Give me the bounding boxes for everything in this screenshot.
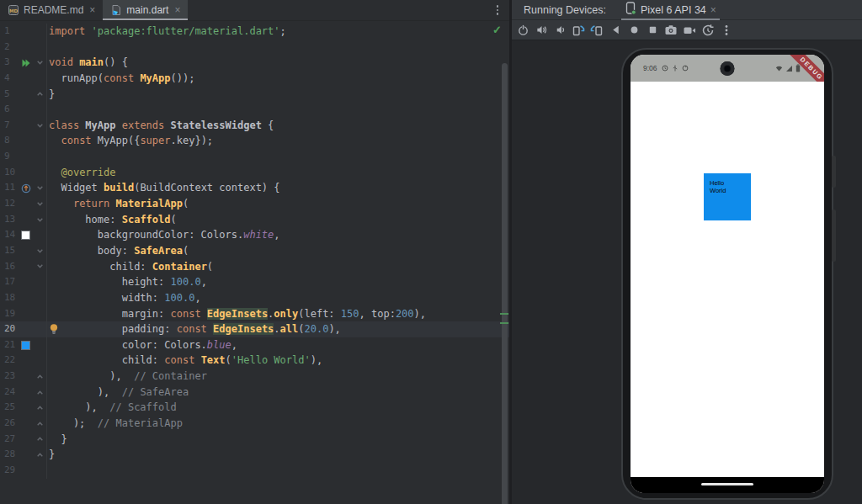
line-number: 14: [0, 227, 19, 243]
code-line[interactable]: 9: [0, 149, 509, 165]
code-line[interactable]: 21 color: Colors.blue,: [0, 337, 509, 353]
gutter: 27: [0, 432, 47, 448]
status-time: 9:06: [643, 64, 657, 72]
code-line[interactable]: 5}: [0, 87, 509, 103]
fold-close-icon: [36, 451, 44, 459]
code-line[interactable]: 3void main() {: [0, 55, 509, 71]
volume-up-icon[interactable]: [535, 24, 548, 37]
code-line[interactable]: 15 body: SafeArea(: [0, 243, 509, 259]
screenshot-icon[interactable]: [664, 24, 678, 37]
gutter: 24: [0, 385, 47, 401]
device-power-button: [832, 156, 836, 188]
code-text: home: Scaffold(: [47, 212, 177, 228]
gutter: 28: [0, 447, 47, 463]
code-area[interactable]: 1import 'package:flutter/material.dart';…: [0, 21, 509, 479]
gesture-nav-bar: [631, 477, 824, 493]
scrollbar-highlight-mark: [500, 313, 508, 315]
code-line[interactable]: 26 ); // MaterialApp: [0, 416, 509, 432]
rotate-left-icon[interactable]: [572, 24, 585, 37]
ide-window: MD README.md × main.dart × ✓ 1import 'pa…: [0, 0, 862, 504]
code-line[interactable]: 28}: [0, 447, 509, 463]
tab-main-dart-label: main.dart: [126, 4, 168, 16]
line-number: 27: [0, 432, 19, 448]
fold-close-icon: [36, 435, 44, 443]
code-line[interactable]: 13 home: Scaffold(: [0, 212, 509, 228]
code-line[interactable]: 4 runApp(const MyApp());: [0, 71, 509, 87]
editor-scrollbar[interactable]: [502, 63, 508, 504]
code-line[interactable]: 17 height: 100.0,: [0, 274, 509, 290]
running-devices-header: Running Devices: Pixel 6 API 34 ×: [512, 0, 862, 20]
code-line[interactable]: 24 ), // SafeArea: [0, 385, 509, 401]
close-icon[interactable]: ×: [174, 5, 180, 15]
code-line[interactable]: 18 width: 100.0,: [0, 290, 509, 306]
tab-readme[interactable]: MD README.md ×: [0, 0, 103, 20]
code-line[interactable]: 11 Widget build(BuildContext context) {: [0, 180, 509, 196]
code-text: child: Container(: [47, 259, 213, 275]
line-number: 6: [0, 102, 19, 118]
code-line[interactable]: 6: [0, 102, 509, 118]
code-text: runApp(const MyApp());: [47, 71, 194, 87]
power-icon[interactable]: [516, 24, 529, 37]
home-icon[interactable]: [627, 24, 641, 37]
device-volume-button: [832, 210, 836, 262]
code-text: [47, 40, 49, 56]
rotate-right-icon[interactable]: [590, 24, 604, 37]
screen-record-icon[interactable]: [683, 24, 696, 37]
code-line[interactable]: 23 ), // Container: [0, 369, 509, 385]
editor-body: ✓ 1import 'package:flutter/material.dart…: [0, 21, 509, 504]
code-line[interactable]: 16 child: Container(: [0, 259, 509, 275]
more-options-icon[interactable]: [720, 24, 733, 37]
running-devices-label: Running Devices:: [524, 4, 606, 16]
pixel6-device-frame: 9:06 DEBUG: [621, 48, 833, 500]
code-text: [47, 149, 49, 165]
code-text: const MyApp({super.key});: [47, 133, 213, 149]
gutter: 6: [0, 102, 47, 118]
code-line[interactable]: 7class MyApp extends StatelessWidget {: [0, 118, 509, 134]
tab-main-dart[interactable]: main.dart ×: [103, 0, 188, 20]
close-icon[interactable]: ×: [89, 5, 95, 15]
code-line[interactable]: 8 const MyApp({super.key});: [0, 133, 509, 149]
snapshots-icon[interactable]: [701, 24, 715, 37]
code-line[interactable]: 2: [0, 40, 509, 56]
fold-close-icon: [36, 420, 44, 427]
code-line[interactable]: 1import 'package:flutter/material.dart';: [0, 24, 509, 40]
tab-options-icon[interactable]: [486, 0, 509, 20]
device-tab-pixel6[interactable]: Pixel 6 API 34 ×: [621, 0, 720, 20]
device-toolbar: [512, 20, 862, 40]
code-line[interactable]: 10 @override: [0, 165, 509, 181]
line-number: 8: [0, 133, 19, 149]
line-number: 18: [0, 290, 19, 306]
code-line[interactable]: 14 backgroundColor: Colors.white,: [0, 227, 509, 243]
code-line[interactable]: 27 }: [0, 432, 509, 448]
code-line[interactable]: 22 child: const Text('Hello World'),: [0, 353, 509, 369]
fold-close-icon: [36, 90, 44, 98]
code-line[interactable]: 29: [0, 463, 509, 479]
volume-down-icon[interactable]: [553, 24, 567, 37]
fold-open-icon: [36, 216, 44, 224]
code-line[interactable]: 12 return MaterialApp(: [0, 196, 509, 212]
fold-close-icon: [36, 373, 44, 380]
gutter: 21: [0, 337, 47, 353]
gesture-pill[interactable]: [701, 483, 753, 485]
gutter: 10: [0, 165, 47, 181]
device-screen[interactable]: 9:06 DEBUG: [631, 55, 824, 493]
gutter: 22: [0, 353, 47, 369]
code-text: margin: const EdgeInsets.only(left: 150,…: [47, 306, 426, 322]
close-icon[interactable]: ×: [710, 4, 716, 16]
code-line[interactable]: 19 margin: const EdgeInsets.only(left: 1…: [0, 306, 509, 322]
code-text: width: 100.0,: [47, 290, 201, 306]
code-line[interactable]: 20 padding: const EdgeInsets.all(20.0),: [0, 321, 509, 337]
line-number: 19: [0, 306, 19, 322]
code-line[interactable]: 25 ), // Scaffold: [0, 400, 509, 416]
overview-icon[interactable]: [646, 24, 659, 37]
hello-world-container: Hello World: [704, 173, 751, 220]
color-swatch-white: [21, 231, 30, 240]
device-tab-label: Pixel 6 API 34: [641, 4, 706, 16]
code-text: [47, 463, 49, 479]
line-number: 1: [0, 24, 19, 40]
fold-open-icon: [36, 263, 44, 270]
gutter: 15: [0, 243, 47, 259]
gutter: 13: [0, 212, 47, 228]
inspections-ok-icon[interactable]: ✓: [492, 24, 502, 36]
back-icon[interactable]: [609, 24, 622, 37]
